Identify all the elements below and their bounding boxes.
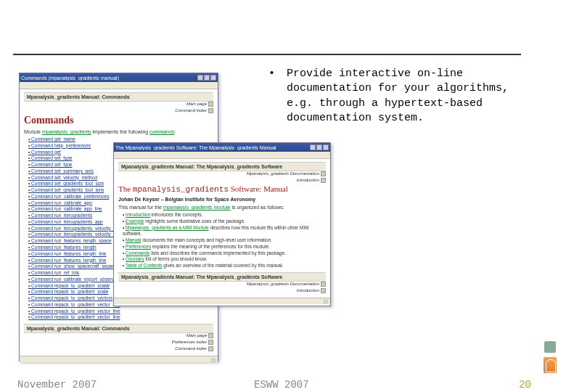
nav-link[interactable]: Introduction [297, 288, 319, 293]
section-strip: Mpanalysis_gradients Manual: The Mpanaly… [118, 272, 326, 282]
window-title: The Mpanalysis_gradients Software: The M… [115, 145, 310, 150]
nav-line: Command index [24, 108, 213, 113]
nav-link[interactable]: Introduction [297, 178, 319, 182]
txt: Software: Manual [229, 184, 288, 193]
command-link[interactable]: Command repack_to_gradient_vector_line [28, 314, 213, 321]
nav-line: Preferences index [24, 340, 213, 345]
nav-line: Mpanalysis_gradients Documentation [118, 171, 326, 176]
nav-link[interactable]: Command index [175, 108, 207, 113]
link[interactable]: mpanalysis_gradients module [163, 205, 231, 210]
toc-rest: introduces the concepts. [150, 212, 202, 217]
nav-link[interactable]: Preferences index [172, 340, 207, 344]
window-manual: The Mpanalysis_gradients Software: The M… [113, 142, 331, 306]
status-bar: ▢ [114, 298, 330, 304]
toc-link[interactable]: Preferences [126, 244, 151, 249]
manual-desc: This manual for the mpanalysis_gradients… [118, 205, 326, 210]
toc-rest: lists and describes the commands impleme… [149, 250, 286, 256]
txt: The [118, 184, 133, 193]
maximize-icon[interactable] [316, 144, 322, 150]
nav-arrow-icon[interactable] [321, 288, 326, 293]
command-link[interactable]: Command repack_to_gradient_vector_line [28, 309, 213, 315]
nav-arrow-icon[interactable] [321, 282, 326, 287]
nav-line: Main page [24, 333, 213, 338]
nav-link[interactable]: Mpanalysis_gradients Documentation [247, 171, 319, 176]
toc-item: Glossary list of terms you should know. [123, 256, 326, 263]
nav-line: Main page [24, 102, 213, 107]
footer-pagenum: 20 [519, 379, 531, 391]
txt: Module [24, 129, 42, 134]
nav-line: Mpanalysis_gradients Documentation [118, 282, 326, 287]
heading-manual: The mpanalysis_gradients Software: Manua… [118, 184, 326, 194]
toc-item: Introduction introduces the concepts. [123, 212, 326, 219]
window-toolbar [20, 82, 218, 89]
nav-line: Introduction [118, 178, 326, 183]
toc-item: Preferences explains the meaning of the … [123, 244, 326, 250]
brand-sidebar: aeronomie.be [544, 0, 562, 392]
minimize-icon[interactable] [197, 75, 203, 81]
toc-item: Mpanalysis_gradients as a MIM Module des… [123, 225, 326, 238]
toc-link[interactable]: Introduction [126, 212, 150, 217]
minimize-icon[interactable] [310, 144, 316, 150]
nav-arrow-icon[interactable] [208, 102, 213, 107]
intro-text: Module mpanalysis_gradients implements t… [24, 129, 213, 134]
heading-commands: Commands [24, 115, 213, 126]
toc-rest: documents the main concepts and high-lev… [141, 237, 272, 242]
nav-link[interactable]: Command index [175, 346, 207, 351]
txt-mono: mpanalysis_gradients [133, 185, 229, 194]
author-line: Johan De Keyser – Belgian Institute for … [118, 197, 326, 202]
txt: implements the following [91, 129, 150, 134]
nav-arrow-icon[interactable] [208, 340, 213, 345]
logo-icon [544, 357, 557, 373]
nav-arrow-icon[interactable] [321, 171, 326, 176]
toc-link[interactable]: Glossary [126, 256, 144, 261]
toc-item: Table of Contents gives an overview of t… [123, 263, 326, 269]
toc-link[interactable]: Mpanalysis_gradients as a MIM Module [126, 225, 209, 230]
toc-link[interactable]: Commands [126, 250, 149, 256]
nav-link[interactable]: Main page [186, 333, 207, 338]
maximize-icon[interactable] [204, 75, 210, 81]
nav-line: Introduction [118, 288, 326, 293]
toc-item: Commands lists and describes the command… [123, 250, 326, 257]
nav-arrow-icon[interactable] [321, 178, 326, 183]
section-strip: Mpanalysis_gradients Manual: Commands [24, 324, 213, 333]
txt: is organized as follows: [230, 205, 284, 210]
nav-link[interactable]: Mpanalysis_gradients Documentation [247, 282, 319, 286]
window-toolbar [114, 152, 330, 159]
link[interactable]: commands [149, 129, 174, 134]
nav-arrow-icon[interactable] [208, 108, 213, 113]
section-strip: Mpanalysis_gradients Manual: Commands [24, 92, 213, 102]
logo-stack [541, 341, 559, 373]
toc-link[interactable]: Table of Contents [126, 263, 163, 268]
window-titlebar: The Mpanalysis_gradients Software: The M… [114, 143, 330, 152]
nav-arrow-icon[interactable] [208, 346, 213, 351]
screenshot-area: Commands (mpanalysis_gradients manual) M… [19, 73, 331, 363]
toc-rest: highlights some illustrative uses of the… [144, 219, 245, 224]
toc-rest: gives an overview of the material covere… [163, 263, 284, 268]
link[interactable]: mpanalysis_gradients [42, 129, 91, 134]
window-titlebar: Commands (mpanalysis_gradients manual) [20, 73, 218, 82]
nav-link[interactable]: Main page [186, 102, 207, 106]
close-icon[interactable] [323, 144, 329, 150]
window-content: Mpanalysis_gradients Manual: The Mpanaly… [114, 159, 330, 298]
toc-link[interactable]: Manual [126, 237, 141, 242]
toc-rest: list of terms you should know. [144, 256, 208, 261]
txt: : [174, 129, 176, 134]
footer-date: November 2007 [17, 379, 97, 391]
divider-rule [13, 54, 521, 55]
footer-event: ESWW 2007 [254, 379, 309, 391]
toc-item: Example highlights some illustrative use… [123, 219, 326, 225]
close-icon[interactable] [210, 75, 216, 81]
section-strip: Mpanalysis_gradients Manual: The Mpanaly… [118, 162, 326, 171]
toc-list: Introduction introduces the concepts.Exa… [118, 212, 326, 269]
nav-line: Command index [24, 346, 213, 351]
toc-link[interactable]: Example [126, 219, 144, 224]
toc-rest: explains the meaning of the preferences … [151, 244, 270, 249]
status-bar: ▢ [20, 356, 218, 362]
nav-arrow-icon[interactable] [208, 333, 213, 338]
toc-item: Manual documents the main concepts and h… [123, 237, 326, 244]
txt: This manual for the [118, 205, 163, 210]
window-title: Commands (mpanalysis_gradients manual) [21, 75, 197, 81]
logo-icon [544, 341, 556, 353]
